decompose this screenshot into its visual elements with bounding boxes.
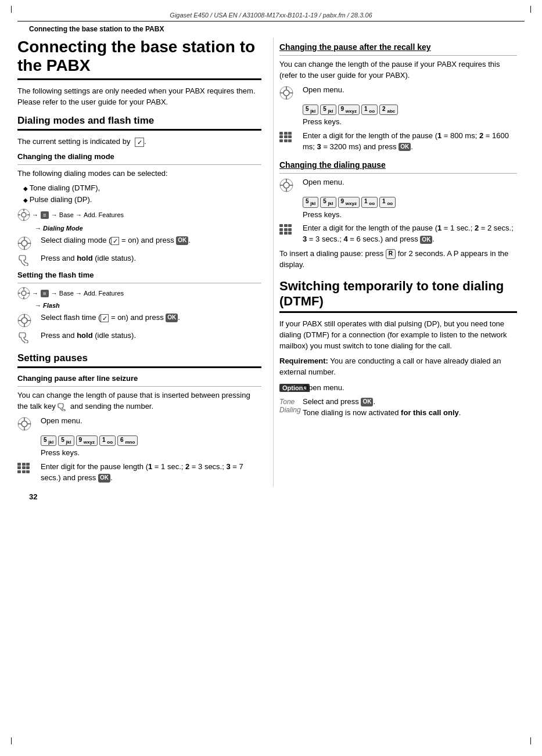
menu-icon-circle1 — [17, 236, 31, 250]
dialing-pause-divider — [279, 173, 517, 174]
pause-keys: 5 jkl 5 jkl 9 wxyz 1 oo 6 mno Press keys… — [41, 434, 261, 459]
key-9: 9 wxyz — [76, 435, 98, 446]
key-6: 6 mno — [117, 435, 138, 446]
menu-nav-icon1 — [17, 208, 30, 221]
dpause-enter-step: Enter a digit for the length of the paus… — [279, 223, 517, 245]
tone-dialing-label: Tone Dialing — [279, 398, 303, 414]
pause-enter-text: Enter digit for the pause length (1 = 1 … — [41, 462, 261, 484]
pauses-divider — [17, 366, 261, 368]
dialing-mode-heading: Changing the dialing mode — [17, 152, 261, 161]
keypad-icon3 — [279, 224, 295, 236]
menu-icon-circle2 — [17, 314, 31, 327]
keypad-icon2 — [279, 132, 295, 143]
switching-tone-text: Select and press OK. Tone dialing is now… — [303, 397, 517, 419]
pause-enter-icon — [17, 462, 41, 474]
switching-options-text: Open menu. — [303, 383, 517, 394]
key-9b: 9 wxyz — [338, 105, 360, 115]
page: | | Gigaset E450 / USA EN / A31008-M17xx… — [0, 0, 542, 756]
intro-text: The following settings are only needed w… — [17, 86, 261, 108]
setting-pauses-heading: Setting pauses — [17, 352, 261, 364]
header-text: Gigaset E450 / USA EN / A31008-M17xx-B10… — [170, 12, 372, 19]
key-9c: 9 wxyz — [338, 197, 360, 207]
nav-dialing-mode: → ≡ → Base → Add. Features — [17, 208, 261, 221]
flash-divider — [17, 283, 261, 283]
flash-step2-icon — [17, 330, 41, 343]
dpause-keys: 5 jkl 5 jkl 9 wxyz 1 oo 1 oo Press keys. — [303, 195, 517, 220]
handset-icon2 — [17, 332, 31, 343]
corner-mark-tl: | — [10, 5, 12, 13]
svg-point-25 — [21, 421, 27, 427]
dpause-menu-text: Open menu. — [303, 177, 517, 188]
dialing-pause-heading: Changing the dialing pause — [279, 160, 517, 170]
switching-tone-step: Tone Dialing Select and press OK. Tone d… — [279, 397, 517, 419]
ok-key2: OK — [166, 314, 178, 322]
menu-icon-circle5 — [279, 178, 293, 192]
nav-add-features: Add. Features — [84, 211, 124, 218]
nav-flash-label: Flash — [43, 302, 60, 309]
keys-row-dialing-pause: 5 jkl 5 jkl 9 wxyz 1 oo 1 oo — [303, 197, 517, 207]
key-1c: 1 oo — [361, 197, 378, 207]
svg-point-7 — [21, 240, 27, 246]
nav-dialing-mode-label: Dialing Mode — [43, 225, 82, 232]
checkmark1: ✓ — [111, 237, 119, 245]
nav-menu-block2: ≡ — [41, 290, 49, 297]
bullet-pulse: Pulse dialing (DP). — [23, 195, 261, 205]
talk-key-icon — [58, 403, 68, 411]
ok-key1: OK — [176, 236, 188, 245]
key-2: 2 abc — [379, 105, 398, 115]
dialing-step2: Press and hold (idle status). — [17, 253, 261, 266]
menu-icon-circle4 — [279, 86, 293, 100]
menu-nav-icon2 — [17, 287, 30, 300]
dialing-step1-icon — [17, 235, 41, 250]
flash-time-heading: Setting the flash time — [17, 271, 261, 279]
dpause-menu-icon — [279, 177, 303, 192]
switching-divider — [279, 311, 517, 313]
dialing-mode-desc: The following dialing modes can be selec… — [17, 168, 261, 179]
checkmark2: ✓ — [100, 314, 109, 322]
dialing-step1: Select dialing mode (✓ = on) and press O… — [17, 235, 261, 250]
svg-point-1 — [21, 213, 26, 217]
flash-step2-text: Press and hold (idle status). — [41, 330, 261, 341]
keys-row-recall: 5 jkl 5 jkl 9 wxyz 1 oo 2 abc — [303, 105, 517, 115]
ok-key3: OK — [98, 474, 110, 483]
pause-menu-text: Open menu. — [41, 416, 261, 427]
bullet-tone: Tone dialing (DTMF), — [23, 183, 261, 193]
r-key: R — [386, 249, 396, 259]
content-area: Connecting the base station to the PABX … — [17, 33, 525, 487]
dialing-pause-note: To insert a dialing pause: press R for 2… — [279, 249, 517, 271]
dialing-mode-divider — [17, 164, 261, 165]
breadcrumb: Connecting the base station to the PABX — [29, 25, 513, 33]
recall-keys-row: 5 jkl 5 jkl 9 wxyz 1 oo 2 abc Press keys… — [279, 103, 517, 128]
svg-point-19 — [21, 318, 27, 323]
pause-recall-desc: You can change the length of the pause i… — [279, 59, 517, 81]
flash-step1: Select flash time (✓ = on) and press OK. — [17, 312, 261, 327]
nav-menu-block: ≡ — [41, 211, 49, 219]
flash-step1-icon — [17, 312, 41, 327]
recall-keys-spacer — [279, 103, 303, 104]
svg-point-13 — [21, 291, 26, 296]
pause-recall-divider — [279, 55, 517, 56]
key-5d: 5 jkl — [320, 105, 336, 115]
header-bar: Gigaset E450 / USA EN / A31008-M17xx-B10… — [17, 12, 525, 21]
switching-heading: Switching temporarily to tone dialing (D… — [279, 279, 517, 309]
section1-title: Dialing modes and flash time — [17, 115, 261, 127]
recall-enter-step: Enter a digit for the length of the paus… — [279, 131, 517, 153]
svg-point-31 — [283, 90, 289, 96]
switching-desc: If your PABX still operates with dial pu… — [279, 319, 517, 352]
pause-line-divider — [17, 386, 261, 387]
switching-tone-label-cell: Tone Dialing — [279, 397, 303, 414]
pause-menu-icon — [17, 416, 41, 431]
right-column: Changing the pause after the recall key … — [273, 38, 517, 487]
pause-line-seizure-heading: Changing pause after line seizure — [17, 374, 261, 383]
corner-mark-tr: | — [530, 5, 532, 13]
nav-dialing-mode-2: → Dialing Mode — [35, 225, 261, 232]
ok-key6: OK — [361, 398, 373, 406]
nav-base2: Base — [59, 290, 74, 297]
pause-menu-step: Open menu. — [17, 416, 261, 431]
checkmark-indicator: ✓ — [135, 138, 144, 147]
menu-icon-circle3 — [17, 417, 31, 431]
pause-keys-row: 5 jkl 5 jkl 9 wxyz 1 oo 6 mno Press keys… — [17, 434, 261, 459]
recall-menu-text: Open menu. — [303, 85, 517, 96]
key-5a: 5 jkl — [41, 435, 56, 446]
key-1d: 1 oo — [379, 197, 396, 207]
